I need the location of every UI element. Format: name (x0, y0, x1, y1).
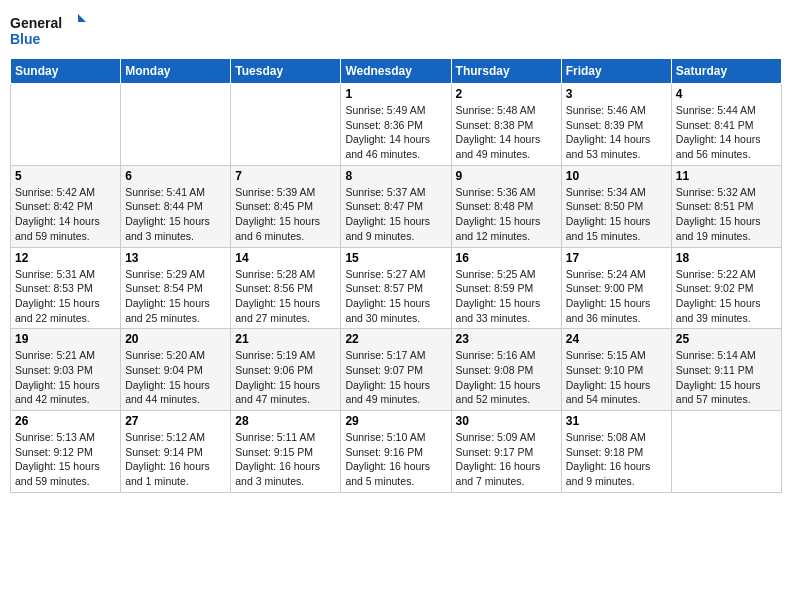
calendar-cell: 4Sunrise: 5:44 AMSunset: 8:41 PMDaylight… (671, 84, 781, 166)
day-info: Sunrise: 5:27 AMSunset: 8:57 PMDaylight:… (345, 267, 446, 326)
svg-marker-2 (78, 14, 86, 22)
day-number: 6 (125, 169, 226, 183)
calendar-cell: 9Sunrise: 5:36 AMSunset: 8:48 PMDaylight… (451, 165, 561, 247)
day-info: Sunrise: 5:11 AMSunset: 9:15 PMDaylight:… (235, 430, 336, 489)
day-info: Sunrise: 5:46 AMSunset: 8:39 PMDaylight:… (566, 103, 667, 162)
day-number: 28 (235, 414, 336, 428)
day-info: Sunrise: 5:49 AMSunset: 8:36 PMDaylight:… (345, 103, 446, 162)
day-number: 27 (125, 414, 226, 428)
calendar-cell: 7Sunrise: 5:39 AMSunset: 8:45 PMDaylight… (231, 165, 341, 247)
calendar-cell: 16Sunrise: 5:25 AMSunset: 8:59 PMDayligh… (451, 247, 561, 329)
day-number: 11 (676, 169, 777, 183)
day-number: 19 (15, 332, 116, 346)
calendar-cell: 14Sunrise: 5:28 AMSunset: 8:56 PMDayligh… (231, 247, 341, 329)
day-number: 8 (345, 169, 446, 183)
day-info: Sunrise: 5:25 AMSunset: 8:59 PMDaylight:… (456, 267, 557, 326)
day-info: Sunrise: 5:41 AMSunset: 8:44 PMDaylight:… (125, 185, 226, 244)
calendar-cell (11, 84, 121, 166)
weekday-header: Monday (121, 59, 231, 84)
weekday-header: Saturday (671, 59, 781, 84)
day-info: Sunrise: 5:28 AMSunset: 8:56 PMDaylight:… (235, 267, 336, 326)
calendar-cell: 15Sunrise: 5:27 AMSunset: 8:57 PMDayligh… (341, 247, 451, 329)
day-number: 21 (235, 332, 336, 346)
day-number: 12 (15, 251, 116, 265)
calendar-cell: 28Sunrise: 5:11 AMSunset: 9:15 PMDayligh… (231, 411, 341, 493)
day-number: 30 (456, 414, 557, 428)
weekday-header: Sunday (11, 59, 121, 84)
day-info: Sunrise: 5:08 AMSunset: 9:18 PMDaylight:… (566, 430, 667, 489)
calendar-cell: 3Sunrise: 5:46 AMSunset: 8:39 PMDaylight… (561, 84, 671, 166)
day-info: Sunrise: 5:14 AMSunset: 9:11 PMDaylight:… (676, 348, 777, 407)
day-number: 4 (676, 87, 777, 101)
calendar-cell: 1Sunrise: 5:49 AMSunset: 8:36 PMDaylight… (341, 84, 451, 166)
day-number: 29 (345, 414, 446, 428)
calendar-cell: 22Sunrise: 5:17 AMSunset: 9:07 PMDayligh… (341, 329, 451, 411)
day-number: 20 (125, 332, 226, 346)
calendar-cell: 2Sunrise: 5:48 AMSunset: 8:38 PMDaylight… (451, 84, 561, 166)
day-info: Sunrise: 5:19 AMSunset: 9:06 PMDaylight:… (235, 348, 336, 407)
day-info: Sunrise: 5:21 AMSunset: 9:03 PMDaylight:… (15, 348, 116, 407)
day-number: 9 (456, 169, 557, 183)
day-info: Sunrise: 5:17 AMSunset: 9:07 PMDaylight:… (345, 348, 446, 407)
calendar-cell: 18Sunrise: 5:22 AMSunset: 9:02 PMDayligh… (671, 247, 781, 329)
calendar-cell: 10Sunrise: 5:34 AMSunset: 8:50 PMDayligh… (561, 165, 671, 247)
day-info: Sunrise: 5:48 AMSunset: 8:38 PMDaylight:… (456, 103, 557, 162)
calendar-cell: 13Sunrise: 5:29 AMSunset: 8:54 PMDayligh… (121, 247, 231, 329)
day-number: 10 (566, 169, 667, 183)
calendar-week-row: 19Sunrise: 5:21 AMSunset: 9:03 PMDayligh… (11, 329, 782, 411)
calendar-cell: 5Sunrise: 5:42 AMSunset: 8:42 PMDaylight… (11, 165, 121, 247)
weekday-header: Thursday (451, 59, 561, 84)
day-info: Sunrise: 5:22 AMSunset: 9:02 PMDaylight:… (676, 267, 777, 326)
calendar-table: SundayMondayTuesdayWednesdayThursdayFrid… (10, 58, 782, 493)
day-number: 7 (235, 169, 336, 183)
day-info: Sunrise: 5:24 AMSunset: 9:00 PMDaylight:… (566, 267, 667, 326)
calendar-cell: 17Sunrise: 5:24 AMSunset: 9:00 PMDayligh… (561, 247, 671, 329)
calendar-cell: 25Sunrise: 5:14 AMSunset: 9:11 PMDayligh… (671, 329, 781, 411)
calendar-cell: 30Sunrise: 5:09 AMSunset: 9:17 PMDayligh… (451, 411, 561, 493)
logo-svg: General Blue (10, 10, 90, 50)
day-number: 22 (345, 332, 446, 346)
svg-text:General: General (10, 15, 62, 31)
calendar-cell (121, 84, 231, 166)
calendar-cell (231, 84, 341, 166)
day-info: Sunrise: 5:16 AMSunset: 9:08 PMDaylight:… (456, 348, 557, 407)
day-number: 1 (345, 87, 446, 101)
calendar-cell (671, 411, 781, 493)
calendar-cell: 21Sunrise: 5:19 AMSunset: 9:06 PMDayligh… (231, 329, 341, 411)
day-info: Sunrise: 5:37 AMSunset: 8:47 PMDaylight:… (345, 185, 446, 244)
day-info: Sunrise: 5:12 AMSunset: 9:14 PMDaylight:… (125, 430, 226, 489)
day-info: Sunrise: 5:09 AMSunset: 9:17 PMDaylight:… (456, 430, 557, 489)
day-info: Sunrise: 5:34 AMSunset: 8:50 PMDaylight:… (566, 185, 667, 244)
calendar-cell: 20Sunrise: 5:20 AMSunset: 9:04 PMDayligh… (121, 329, 231, 411)
day-number: 17 (566, 251, 667, 265)
svg-text:Blue: Blue (10, 31, 41, 47)
day-info: Sunrise: 5:31 AMSunset: 8:53 PMDaylight:… (15, 267, 116, 326)
day-number: 31 (566, 414, 667, 428)
day-number: 13 (125, 251, 226, 265)
page-header: General Blue (10, 10, 782, 50)
calendar-cell: 24Sunrise: 5:15 AMSunset: 9:10 PMDayligh… (561, 329, 671, 411)
day-number: 25 (676, 332, 777, 346)
calendar-week-row: 12Sunrise: 5:31 AMSunset: 8:53 PMDayligh… (11, 247, 782, 329)
day-number: 3 (566, 87, 667, 101)
calendar-cell: 26Sunrise: 5:13 AMSunset: 9:12 PMDayligh… (11, 411, 121, 493)
calendar-header-row: SundayMondayTuesdayWednesdayThursdayFrid… (11, 59, 782, 84)
logo: General Blue (10, 10, 90, 50)
day-number: 24 (566, 332, 667, 346)
day-info: Sunrise: 5:36 AMSunset: 8:48 PMDaylight:… (456, 185, 557, 244)
day-info: Sunrise: 5:32 AMSunset: 8:51 PMDaylight:… (676, 185, 777, 244)
day-number: 2 (456, 87, 557, 101)
day-info: Sunrise: 5:44 AMSunset: 8:41 PMDaylight:… (676, 103, 777, 162)
day-number: 26 (15, 414, 116, 428)
calendar-cell: 12Sunrise: 5:31 AMSunset: 8:53 PMDayligh… (11, 247, 121, 329)
day-info: Sunrise: 5:42 AMSunset: 8:42 PMDaylight:… (15, 185, 116, 244)
calendar-week-row: 26Sunrise: 5:13 AMSunset: 9:12 PMDayligh… (11, 411, 782, 493)
calendar-cell: 29Sunrise: 5:10 AMSunset: 9:16 PMDayligh… (341, 411, 451, 493)
calendar-week-row: 5Sunrise: 5:42 AMSunset: 8:42 PMDaylight… (11, 165, 782, 247)
day-info: Sunrise: 5:15 AMSunset: 9:10 PMDaylight:… (566, 348, 667, 407)
day-number: 14 (235, 251, 336, 265)
day-info: Sunrise: 5:20 AMSunset: 9:04 PMDaylight:… (125, 348, 226, 407)
calendar-week-row: 1Sunrise: 5:49 AMSunset: 8:36 PMDaylight… (11, 84, 782, 166)
calendar-cell: 23Sunrise: 5:16 AMSunset: 9:08 PMDayligh… (451, 329, 561, 411)
day-info: Sunrise: 5:10 AMSunset: 9:16 PMDaylight:… (345, 430, 446, 489)
